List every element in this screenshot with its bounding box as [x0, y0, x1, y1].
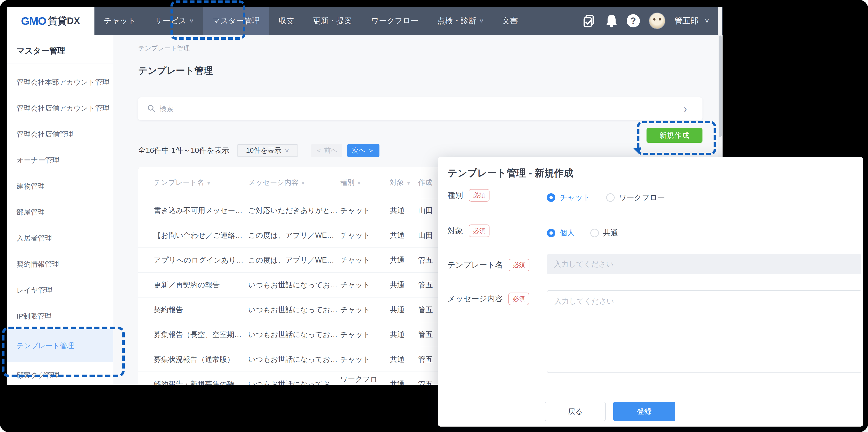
table-cell: 共通: [390, 230, 418, 240]
radio-target-personal[interactable]: 個人: [547, 228, 575, 238]
user-name-label: 管五郎: [674, 16, 699, 26]
table-cell: チャット: [340, 330, 381, 340]
task-check-icon[interactable]: [583, 14, 596, 28]
field-row-target: 対象 必須 個人 共通: [438, 225, 863, 241]
next-page-button[interactable]: 次へ ＞: [347, 144, 379, 157]
chevron-down-icon: ∨: [284, 147, 290, 153]
nav-item-0[interactable]: チャット: [94, 7, 145, 35]
radio-selected-icon: [547, 229, 555, 237]
nav-menu: チャットサービス∨マスター管理収支更新・提案ワークフロー点検・診断∨文書: [94, 7, 527, 35]
sort-arrow-icon: ▼: [406, 181, 411, 186]
sidebar-item-10[interactable]: テンプレート管理: [7, 329, 113, 362]
sidebar-item-9[interactable]: IP制限管理: [7, 303, 113, 329]
nav-item-1[interactable]: サービス∨: [145, 7, 203, 35]
app-logo[interactable]: GMO 賃貸DX: [7, 7, 94, 35]
radio-type-chat[interactable]: チャット: [547, 192, 591, 203]
nav-item-5[interactable]: ワークフロー: [362, 7, 428, 35]
required-badge: 必須: [469, 225, 490, 237]
nav-item-4[interactable]: 更新・提案: [304, 7, 362, 35]
sidebar-item-1[interactable]: 管理会社店舗アカウント管理: [7, 95, 113, 121]
nav-item-label: サービス: [155, 16, 186, 26]
table-cell: 契約報告: [154, 305, 248, 315]
notification-bell-icon[interactable]: [606, 14, 618, 28]
page-size-value: 10件を表示: [246, 146, 281, 155]
target-field-label: 対象: [447, 226, 463, 236]
template-name-input[interactable]: [547, 254, 861, 274]
nav-item-label: ワークフロー: [371, 16, 418, 26]
nav-item-3[interactable]: 収支: [269, 7, 304, 35]
radio-label: ワークフロー: [619, 192, 665, 203]
modal-title: テンプレート管理 - 新規作成: [447, 167, 573, 180]
prev-page-button[interactable]: ＜ 前へ: [311, 144, 342, 157]
radio-type-workflow[interactable]: ワークフロー: [606, 192, 665, 203]
column-header-label: メッセージ内容: [248, 178, 299, 186]
column-header-label: 種別: [340, 178, 354, 186]
radio-selected-icon: [547, 193, 555, 202]
sidebar-item-5[interactable]: 部屋管理: [7, 199, 113, 225]
table-cell: 共通: [390, 354, 418, 365]
column-header-label: 対象: [390, 178, 404, 186]
user-avatar[interactable]: [649, 12, 665, 29]
nav-item-6[interactable]: 点検・診断∨: [428, 7, 493, 35]
sidebar-item-6[interactable]: 入居者管理: [7, 225, 113, 251]
table-cell: 共通: [390, 305, 418, 315]
chevron-down-icon: ∨: [479, 18, 484, 24]
type-field-label: 種別: [447, 190, 463, 201]
back-button[interactable]: 戻る: [545, 402, 606, 421]
nav-item-2[interactable]: マスター管理: [203, 7, 269, 35]
logo-gmo-text: GMO: [21, 15, 46, 27]
table-cell: 解約報告・新規募集の確…: [154, 379, 248, 385]
help-icon[interactable]: ?: [627, 14, 640, 27]
pagination-bar: 全16件中 1件～10件を表示 10件を表示 ∨ ＜ 前へ 次へ ＞: [138, 144, 703, 157]
nav-item-label: マスター管理: [213, 16, 260, 26]
radio-unselected-icon: [606, 193, 615, 202]
table-cell: 共通: [390, 379, 418, 385]
page-title: テンプレート管理: [138, 64, 703, 77]
user-menu[interactable]: 管五郎 ∨: [674, 16, 709, 26]
breadcrumb[interactable]: テンプレート管理: [138, 44, 703, 53]
sidebar-item-8[interactable]: レイヤ管理: [7, 277, 113, 303]
table-cell: いつもお世話になってお…: [248, 354, 340, 365]
nav-item-label: 点検・診断: [437, 16, 476, 26]
search-panel[interactable]: 検索 ›: [138, 97, 703, 120]
table-cell: チャット: [340, 206, 381, 215]
search-icon: [147, 104, 156, 114]
sort-arrow-icon: ▼: [207, 181, 211, 186]
table-cell: 更新／再契約の報告: [154, 280, 248, 290]
column-header-1[interactable]: メッセージ内容▼: [248, 178, 340, 188]
column-header-2[interactable]: 種別▼: [340, 178, 390, 188]
sidebar-title: マスター管理: [7, 35, 113, 64]
sidebar-item-4[interactable]: 建物管理: [7, 173, 113, 199]
table-cell: 募集状況報告（通常版）: [154, 354, 248, 365]
page-size-select[interactable]: 10件を表示 ∨: [237, 144, 298, 157]
nav-item-7[interactable]: 文書: [493, 7, 527, 35]
sidebar-item-3[interactable]: オーナー管理: [7, 147, 113, 173]
message-content-textarea[interactable]: [547, 290, 861, 373]
table-cell: ワークフロー: [340, 374, 381, 385]
scrollbar-thumb[interactable]: [719, 35, 722, 137]
column-header-3[interactable]: 対象▼: [390, 178, 418, 188]
column-header-0[interactable]: テンプレート名▼: [154, 178, 248, 188]
column-header-label: 作成: [418, 178, 432, 186]
table-cell: チャット: [340, 255, 381, 265]
sidebar-item-11[interactable]: 顧客タグ管理: [7, 362, 113, 385]
sidebar-item-2[interactable]: 管理会社店舗管理: [7, 121, 113, 147]
top-navbar: GMO 賃貸DX チャットサービス∨マスター管理収支更新・提案ワークフロー点検・…: [7, 7, 722, 35]
sidebar-item-7[interactable]: 契約情報管理: [7, 251, 113, 277]
table-cell: いつもお世話になってお…: [248, 305, 340, 315]
table-cell: 共通: [390, 280, 418, 290]
create-new-button[interactable]: 新規作成: [647, 128, 703, 143]
sort-arrow-icon: ▼: [301, 181, 305, 186]
sort-arrow-icon: ▼: [357, 181, 361, 186]
navbar-right-tools: ? 管五郎 ∨: [583, 7, 722, 35]
search-placeholder: 検索: [159, 104, 174, 114]
radio-target-common[interactable]: 共通: [590, 228, 618, 238]
table-cell: 【お問い合わせ／ご連絡…: [154, 230, 248, 240]
table-cell: チャット: [340, 230, 381, 240]
nav-item-label: チャット: [104, 16, 136, 26]
search-expand-icon[interactable]: ›: [684, 102, 687, 115]
sidebar-item-0[interactable]: 管理会社本部アカウント管理: [7, 69, 113, 95]
table-cell: いつもお世話になってお…: [248, 330, 340, 340]
submit-button[interactable]: 登録: [613, 402, 675, 421]
table-cell: 共通: [390, 206, 418, 215]
